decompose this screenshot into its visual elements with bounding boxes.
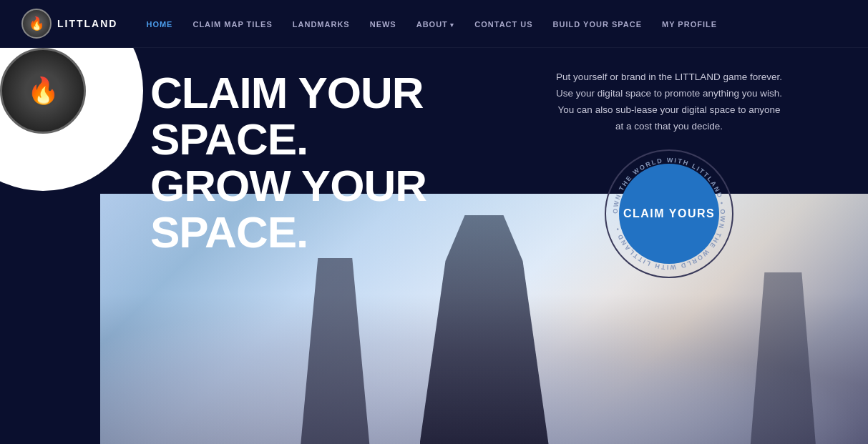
nav-links: HOME CLAIM MAP TILES LANDMARKS NEWS ABOU… xyxy=(146,17,717,30)
nav-item-about[interactable]: ABOUT xyxy=(416,17,455,30)
nav-link-news[interactable]: NEWS xyxy=(370,20,396,29)
hero-left: 🔥 CLAIM YOUR SPACE. GROW YOUR SPACE. xyxy=(0,48,477,444)
nav-item-home[interactable]: HOME xyxy=(146,17,172,30)
claim-yours-wrapper: OWN THE WORLD WITH LITTLAND • OWN THE WO… xyxy=(605,149,733,278)
flame-icon: 🔥 xyxy=(29,16,44,31)
logo[interactable]: 🔥 LITTLAND xyxy=(21,9,117,39)
hero-right: Put yourself or brand in the LITTLAND ga… xyxy=(477,48,868,444)
claim-yours-button[interactable]: CLAIM YOURS xyxy=(619,164,719,264)
nav-item-landmarks[interactable]: LANDMARKS xyxy=(293,17,350,30)
hero-description: Put yourself or brand in the LITTLAND ga… xyxy=(555,69,784,135)
nav-link-profile[interactable]: MY PROFILE xyxy=(662,20,717,29)
nav-link-landmarks[interactable]: LANDMARKS xyxy=(293,20,350,29)
navigation: 🔥 LITTLAND HOME CLAIM MAP TILES LANDMARK… xyxy=(0,0,868,48)
hero-headline: CLAIM YOUR SPACE. GROW YOUR SPACE. xyxy=(150,69,449,255)
logo-text: LITTLAND xyxy=(57,18,117,29)
nav-item-contact[interactable]: CONTACT US xyxy=(474,17,532,30)
logo-icon: 🔥 xyxy=(21,9,52,39)
hero-logo-inner: 🔥 xyxy=(0,48,86,134)
nav-link-home[interactable]: HOME xyxy=(146,20,172,29)
hero-flame-icon: 🔥 xyxy=(27,76,59,106)
nav-item-claim[interactable]: CLAIM MAP TILES xyxy=(192,17,272,30)
nav-item-build[interactable]: BUILD YOUR SPACE xyxy=(553,17,642,30)
hero-section: 🔥 CLAIM YOUR SPACE. GROW YOUR SPACE. Put… xyxy=(0,48,868,444)
headline-line2: GROW YOUR SPACE. xyxy=(150,162,449,255)
headline-line1: CLAIM YOUR SPACE. xyxy=(150,69,449,162)
nav-link-build[interactable]: BUILD YOUR SPACE xyxy=(553,20,642,29)
nav-item-profile[interactable]: MY PROFILE xyxy=(662,17,717,30)
nav-link-about[interactable]: ABOUT xyxy=(416,20,455,29)
nav-link-contact[interactable]: CONTACT US xyxy=(474,20,532,29)
nav-link-claim[interactable]: CLAIM MAP TILES xyxy=(192,20,272,29)
nav-item-news[interactable]: NEWS xyxy=(370,17,396,30)
